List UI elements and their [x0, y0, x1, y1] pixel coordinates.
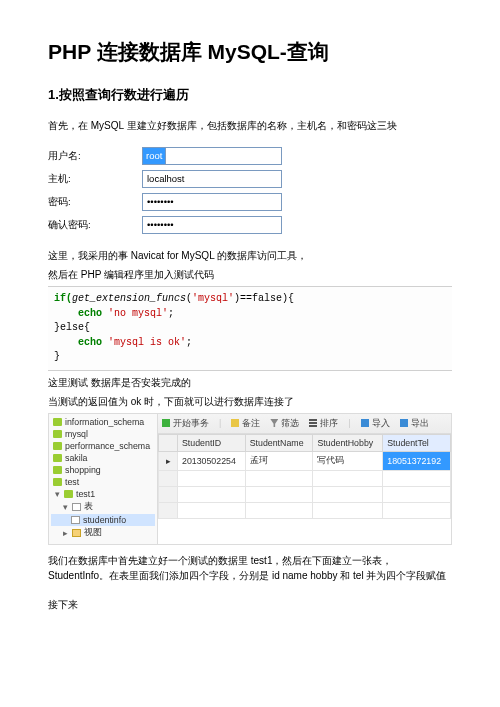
- folder-icon: [72, 529, 81, 537]
- intro-paragraph: 首先，在 MySQL 里建立好数据库，包括数据库的名称，主机名，和密码这三块: [48, 118, 452, 133]
- empty-row: [159, 486, 451, 502]
- sort-button[interactable]: 排序: [309, 417, 338, 430]
- note-button[interactable]: 备注: [231, 417, 260, 430]
- filter-button[interactable]: 筛选: [270, 417, 299, 430]
- pwd-field[interactable]: ••••••••: [142, 193, 282, 211]
- export-icon: [400, 419, 408, 427]
- col-studenthobby[interactable]: StudentHobby: [313, 434, 383, 451]
- user-value: root: [142, 147, 166, 165]
- tree-node-test[interactable]: test: [51, 476, 155, 488]
- mysql-form: 用户名: root 主机: localhost 密码: •••••••• 确认密…: [48, 147, 452, 234]
- db-icon: [53, 430, 62, 438]
- tree-node-test1[interactable]: ▾test1: [51, 488, 155, 500]
- db-icon: [53, 442, 62, 450]
- last-line: 接下来: [48, 597, 452, 612]
- db-icon: [53, 418, 62, 426]
- db-tree[interactable]: information_schema mysql performance_sch…: [49, 414, 158, 544]
- cell-studentid[interactable]: 20130502254: [178, 451, 246, 470]
- host-label: 主机:: [48, 173, 118, 186]
- code-block: if(get_extension_funcs('mysql')==false){…: [48, 286, 452, 371]
- chevron-down-icon[interactable]: ▾: [53, 489, 61, 499]
- db-icon: [53, 454, 62, 462]
- table-icon: [71, 516, 80, 524]
- col-studenttel[interactable]: StudentTel: [383, 434, 451, 451]
- cell-studentname[interactable]: 孟珂: [245, 451, 313, 470]
- pwd2-label: 确认密码:: [48, 219, 118, 232]
- cell-studenthobby[interactable]: 写代码: [313, 451, 383, 470]
- tree-node-mysql[interactable]: mysql: [51, 428, 155, 440]
- db-icon: [53, 466, 62, 474]
- page-title: PHP 连接数据库 MySQL-查询: [48, 38, 452, 66]
- col-studentname[interactable]: StudentName: [245, 434, 313, 451]
- after-code-line2: 当测试的返回值为 ok 时，下面就可以进行数据库连接了: [48, 394, 452, 409]
- begin-txn-button[interactable]: 开始事务: [162, 417, 209, 430]
- import-icon: [361, 419, 369, 427]
- section-heading-1: 1.按照查询行数进行遍历: [48, 86, 452, 104]
- pwd-label: 密码:: [48, 196, 118, 209]
- chevron-down-icon[interactable]: ▾: [61, 502, 69, 512]
- tree-node-studentinfo[interactable]: studentinfo: [51, 514, 155, 526]
- host-field[interactable]: localhost: [142, 170, 282, 188]
- db-icon: [64, 490, 73, 498]
- tree-node-views[interactable]: ▸视图: [51, 526, 155, 540]
- code-if: if(: [54, 293, 72, 304]
- tree-node-shopping[interactable]: shopping: [51, 464, 155, 476]
- code-endif: }: [54, 351, 60, 362]
- row-marker: ▸: [159, 451, 178, 470]
- user-field[interactable]: root: [142, 147, 282, 165]
- after-form-line2: 然后在 PHP 编辑程序里加入测试代码: [48, 267, 452, 282]
- sort-icon: [309, 419, 317, 427]
- after-navicat-paragraph: 我们在数据库中首先建立好一个测试的数据里 test1，然后在下面建立一张表，St…: [48, 553, 452, 583]
- code-str-ok: 'mysql is ok': [108, 337, 186, 348]
- col-studentid[interactable]: StudentID: [178, 434, 246, 451]
- empty-row: [159, 502, 451, 518]
- after-code-line1: 这里测试 数据库是否安装完成的: [48, 375, 452, 390]
- tree-node-perf-schema[interactable]: performance_schema: [51, 440, 155, 452]
- play-icon: [162, 419, 170, 427]
- code-str-mysql: 'mysql': [192, 293, 234, 304]
- tree-node-tables[interactable]: ▾表: [51, 500, 155, 514]
- table-row[interactable]: ▸ 20130502254 孟珂 写代码 18051372192: [159, 451, 451, 470]
- code-else: }else{: [54, 322, 90, 333]
- db-icon: [53, 478, 62, 486]
- grid-toolbar: 开始事务 | 备注 筛选 排序 | 导入 导出: [158, 414, 451, 434]
- table-header-row: StudentID StudentName StudentHobby Stude…: [159, 434, 451, 451]
- code-echo1: echo: [54, 308, 108, 319]
- cell-studenttel[interactable]: 18051372192: [383, 451, 451, 470]
- code-str-nomysql: 'no mysql': [108, 308, 168, 319]
- chevron-right-icon[interactable]: ▸: [61, 528, 69, 538]
- after-form-line1: 这里，我采用的事 Navicat for MySQL 的数据库访问工具，: [48, 248, 452, 263]
- tree-node-sakila[interactable]: sakila: [51, 452, 155, 464]
- user-label: 用户名:: [48, 150, 118, 163]
- code-echo2: echo: [54, 337, 108, 348]
- navicat-panel: information_schema mysql performance_sch…: [48, 413, 452, 545]
- tree-node-info-schema[interactable]: information_schema: [51, 416, 155, 428]
- filter-icon: [270, 419, 278, 427]
- import-button[interactable]: 导入: [361, 417, 390, 430]
- note-icon: [231, 419, 239, 427]
- empty-row: [159, 470, 451, 486]
- code-fn: get_extension_funcs: [72, 293, 186, 304]
- table-folder-icon: [72, 503, 81, 511]
- pwd2-field[interactable]: ••••••••: [142, 216, 282, 234]
- data-grid[interactable]: 开始事务 | 备注 筛选 排序 | 导入 导出 StudentID Studen…: [158, 414, 451, 544]
- export-button[interactable]: 导出: [400, 417, 429, 430]
